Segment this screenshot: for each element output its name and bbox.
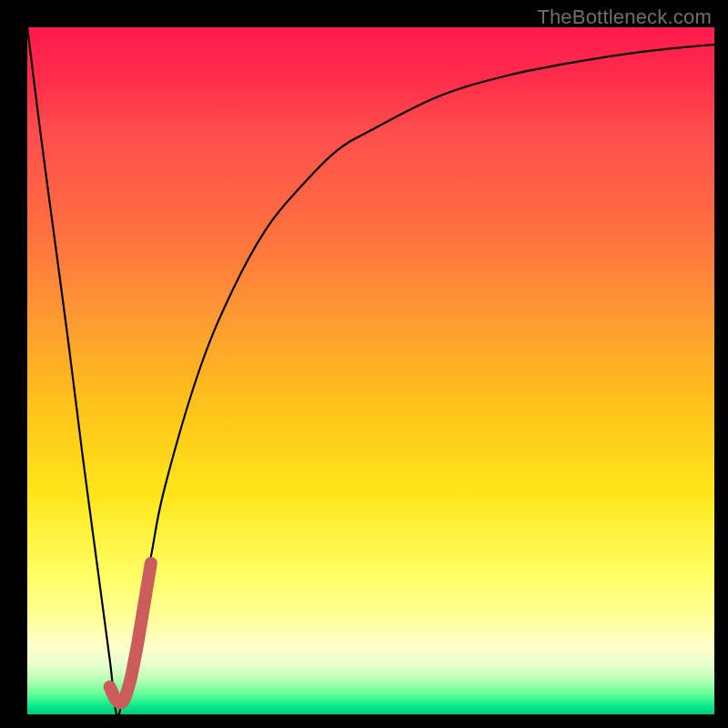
plot-area [27,27,714,714]
bottleneck-curve [27,27,714,714]
watermark-text: TheBottleneck.com [537,5,712,29]
chart-container: TheBottleneck.com [0,0,728,728]
chart-svg [27,27,714,714]
optimal-marker [110,563,151,703]
